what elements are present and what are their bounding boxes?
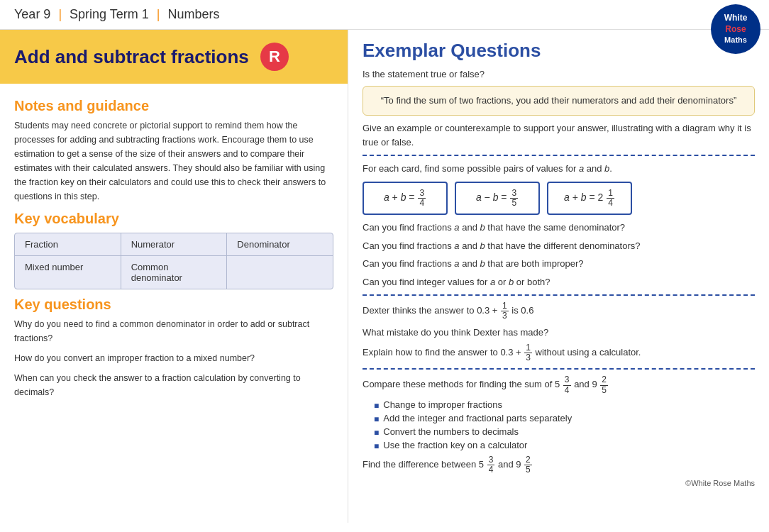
top-bar-title: Year 9 | Spring Term 1 | Numbers bbox=[14, 7, 220, 22]
card3-den: 4 bbox=[607, 199, 614, 208]
notes-heading: Notes and guidance bbox=[14, 98, 333, 114]
bullet-3-text: Convert the numbers to decimals bbox=[383, 426, 519, 437]
bullet-2: ■Add the integer and fractional parts se… bbox=[374, 413, 755, 424]
separator2: | bbox=[157, 7, 164, 21]
q4-frac1-den: 4 bbox=[563, 386, 571, 395]
card3-num: 1 bbox=[607, 189, 614, 199]
key-q2: How do you convert an improper fraction … bbox=[14, 351, 333, 365]
q5-frac1-num: 3 bbox=[487, 455, 495, 465]
q1-follow: Give an example or counterexample to sup… bbox=[363, 121, 755, 149]
key-questions-heading: Key questions bbox=[14, 297, 333, 313]
card1-fraction: 3 4 bbox=[418, 189, 426, 208]
exemplar-title: Exemplar Questions bbox=[363, 40, 755, 62]
right-panel: Exemplar Questions Is the statement true… bbox=[348, 30, 769, 523]
q3-num: 1 bbox=[501, 301, 509, 311]
card2-den: 5 bbox=[510, 199, 518, 208]
bullet-icon-3: ■ bbox=[374, 428, 379, 438]
bullet-icon-1: ■ bbox=[374, 401, 379, 411]
vocab-denominator: Denominator bbox=[227, 233, 333, 255]
q4-frac2-num: 2 bbox=[600, 375, 608, 385]
bullet-1-text: Change to improper fractions bbox=[383, 399, 502, 410]
bullet-2-text: Add the integer and fractional parts sep… bbox=[383, 413, 572, 423]
q4-frac2-den: 5 bbox=[600, 386, 608, 395]
wrm-logo: White Rose Maths bbox=[711, 4, 760, 54]
vocab-common: Common denominator bbox=[121, 256, 228, 289]
bullet-4-text: Use the fraction key on a calculator bbox=[383, 440, 527, 450]
bullet-icon-2: ■ bbox=[374, 414, 379, 424]
q5-frac1-den: 4 bbox=[487, 465, 495, 475]
q3-dexter: Dexter thinks the answer to 0.3 + 1 3 is… bbox=[363, 301, 755, 321]
q5: Find the difference between 5 3 4 and 9 … bbox=[363, 455, 755, 475]
separator1: | bbox=[58, 7, 65, 21]
q4-intro: Compare these methods for finding the su… bbox=[363, 375, 755, 394]
copyright: ©White Rose Maths bbox=[363, 479, 755, 487]
q3-fraction: 1 3 bbox=[501, 301, 509, 321]
quote-box: “To find the sum of two fractions, you a… bbox=[363, 86, 755, 116]
bullet-1: ■Change to improper fractions bbox=[374, 399, 755, 411]
vocab-fraction: Fraction bbox=[15, 233, 121, 255]
bullet-icon-4: ■ bbox=[374, 441, 379, 451]
bullet-list: ■Change to improper fractions ■Add the i… bbox=[374, 399, 755, 451]
card-3: a + b = 2 1 4 bbox=[547, 182, 632, 215]
q2-sub3: Can you find fractions a and b that are … bbox=[363, 257, 755, 271]
vocab-table: Fraction Numerator Denominator Mixed num… bbox=[14, 233, 333, 289]
card1-num: 3 bbox=[418, 189, 426, 199]
card2-fraction: 3 5 bbox=[510, 189, 518, 208]
left-panel: Add and subtract fractions R Notes and g… bbox=[0, 30, 348, 523]
card-2: a − b = 3 5 bbox=[455, 182, 540, 215]
q1-intro: Is the statement true or false? bbox=[363, 67, 755, 82]
card2-num: 3 bbox=[510, 189, 518, 199]
main-layout: Add and subtract fractions R Notes and g… bbox=[0, 30, 769, 523]
bullet-3: ■Convert the numbers to decimals bbox=[374, 426, 755, 438]
divider-2 bbox=[363, 294, 755, 296]
q4-frac2: 2 5 bbox=[600, 375, 608, 394]
divider-3 bbox=[363, 368, 755, 370]
q3-sub2: Explain how to find the answer to 0.3 + … bbox=[363, 343, 755, 362]
vocab-row-1: Fraction Numerator Denominator bbox=[15, 233, 333, 256]
vocab-empty bbox=[227, 256, 333, 289]
q4-frac1-num: 3 bbox=[563, 375, 571, 385]
year-label: Year 9 bbox=[14, 7, 50, 21]
top-bar: Year 9 | Spring Term 1 | Numbers bbox=[0, 0, 769, 30]
bullet-4: ■Use the fraction key on a calculator bbox=[374, 440, 755, 451]
key-q3: When can you check the answer to a fract… bbox=[14, 371, 333, 399]
section-label: Numbers bbox=[168, 7, 220, 21]
vocab-numerator: Numerator bbox=[121, 233, 228, 255]
q2-sub2: Can you find fractions a and b that have… bbox=[363, 239, 755, 253]
copyright-text: ©White Rose Maths bbox=[685, 479, 755, 487]
q3-sub2-den: 3 bbox=[524, 353, 532, 362]
term-label: Spring Term 1 bbox=[70, 7, 149, 21]
card1-den: 4 bbox=[418, 199, 426, 208]
q3-sub2-fraction: 1 3 bbox=[524, 343, 532, 362]
quote-text: “To find the sum of two fractions, you a… bbox=[381, 95, 736, 106]
key-q1: Why do you need to find a common denomin… bbox=[14, 317, 333, 345]
vocab-row-2: Mixed number Common denominator bbox=[15, 256, 333, 289]
q2-intro: For each card, find some possible pairs … bbox=[363, 162, 755, 176]
card3-fraction: 1 4 bbox=[607, 189, 614, 208]
q3-den: 3 bbox=[501, 311, 509, 321]
logo-line3: Maths bbox=[724, 35, 747, 45]
page-heading: Add and subtract fractions bbox=[14, 46, 249, 68]
q5-frac1: 3 4 bbox=[487, 455, 495, 475]
logo-line2: Rose bbox=[725, 24, 746, 35]
yellow-header: Add and subtract fractions R bbox=[0, 30, 348, 84]
r-badge: R bbox=[260, 43, 289, 71]
divider-1 bbox=[363, 155, 755, 156]
logo-line1: White bbox=[724, 13, 748, 24]
left-content: Notes and guidance Students may need con… bbox=[0, 84, 348, 412]
q2-sub4: Can you find integer values for a or b o… bbox=[363, 275, 755, 289]
q2-sub1: Can you find fractions a and b that have… bbox=[363, 221, 755, 235]
q5-frac2-den: 5 bbox=[524, 465, 532, 475]
q4-frac1: 3 4 bbox=[563, 375, 571, 394]
cards-row: a + b = 3 4 a − b = 3 5 a + b = 2 1 4 bbox=[363, 182, 755, 215]
q3-sub1: What mistake do you think Dexter has mad… bbox=[363, 326, 755, 340]
vocab-mixed: Mixed number bbox=[15, 256, 121, 289]
q5-frac2-num: 2 bbox=[524, 455, 532, 465]
vocab-heading: Key vocabulary bbox=[14, 211, 333, 227]
card-1: a + b = 3 4 bbox=[363, 182, 448, 215]
notes-text: Students may need concrete or pictorial … bbox=[14, 118, 333, 204]
q3-sub2-num: 1 bbox=[524, 343, 532, 353]
q5-frac2: 2 5 bbox=[524, 455, 532, 475]
